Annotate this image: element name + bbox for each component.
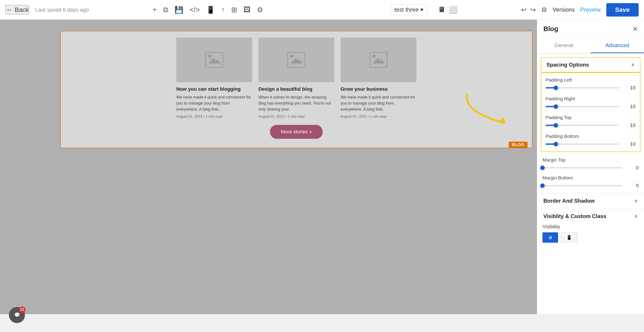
save-button[interactable]: Save bbox=[606, 3, 639, 17]
panel-title: Blog bbox=[543, 25, 558, 33]
border-shadow-title: Border And Shadow bbox=[543, 198, 595, 204]
margin-bottom-thumb[interactable] bbox=[540, 184, 545, 188]
padding-left-thumb[interactable] bbox=[554, 86, 558, 90]
visibility-desktop-button[interactable]: 🖥 bbox=[542, 232, 558, 243]
card-2-image bbox=[258, 38, 334, 82]
margin-top-label: Margin Top bbox=[542, 155, 639, 163]
add-element-icon[interactable]: + bbox=[153, 6, 157, 14]
padding-right-thumb[interactable] bbox=[554, 104, 558, 109]
blog-tag: BLOG bbox=[509, 142, 528, 148]
tablet-icon[interactable]: ⬜ bbox=[448, 6, 458, 14]
padding-top-thumb[interactable] bbox=[554, 123, 558, 128]
upload-icon[interactable]: ↑ bbox=[221, 6, 225, 14]
spacing-options-title: Spacing Options bbox=[546, 62, 589, 68]
desktop-icon[interactable]: 🖥 bbox=[438, 6, 445, 14]
padding-top-track[interactable] bbox=[546, 125, 619, 126]
tab-advanced[interactable]: Advanced bbox=[591, 38, 644, 53]
padding-left-track[interactable] bbox=[546, 87, 619, 88]
card-2-title: Design a beautiful blog bbox=[258, 86, 334, 92]
tab-general[interactable]: General bbox=[537, 38, 591, 53]
canvas-area: Now you can start blogging We have made … bbox=[0, 20, 537, 314]
top-toolbar: ← Back Last saved 6 days ago + ⧉ 💾 </> 📱… bbox=[0, 0, 644, 20]
card-1-desc: We have made it quick and convienent for… bbox=[176, 94, 252, 112]
padding-top-label: Padding Top bbox=[546, 115, 636, 120]
save-disk-icon[interactable]: 💾 bbox=[174, 6, 184, 14]
more-stories-button[interactable]: More stories » bbox=[270, 125, 322, 139]
chat-icon: 💬 bbox=[14, 312, 20, 318]
margin-top-value: 0 bbox=[625, 165, 639, 171]
undo-button[interactable]: ↩ bbox=[521, 6, 527, 14]
blog-cards: Now you can start blogging We have made … bbox=[65, 38, 528, 119]
padding-top-row: 10 bbox=[546, 122, 636, 128]
spacing-options-box: Padding Left 10 Padding Right bbox=[541, 72, 640, 152]
redo-button[interactable]: ↪ bbox=[530, 6, 536, 14]
device-switcher: 🖥 ⬜ bbox=[438, 6, 458, 14]
padding-left-value: 10 bbox=[622, 85, 636, 91]
padding-bottom-row: 10 bbox=[546, 141, 636, 147]
visibility-title: Visiblity & Custom Class bbox=[543, 213, 606, 219]
undo-redo-group: ↩ ↪ bbox=[521, 6, 536, 14]
border-shadow-header[interactable]: Border And Shadow ∨ bbox=[537, 193, 644, 209]
layers-icon[interactable]: ⧉ bbox=[163, 6, 168, 14]
card-3-meta: August 01, 2022 • 1 min read bbox=[340, 115, 416, 119]
notification-count: 21 bbox=[19, 306, 26, 313]
visibility-buttons: 🖥 📱 bbox=[542, 232, 639, 243]
padding-left-label: Padding Left bbox=[546, 77, 636, 83]
margin-top-track[interactable] bbox=[542, 167, 622, 169]
padding-bottom-group: Padding Bottom 10 bbox=[546, 134, 636, 147]
padding-right-track[interactable] bbox=[546, 106, 619, 107]
padding-left-group: Padding Left 10 bbox=[546, 77, 636, 91]
card-3-desc: We have made it quick and convienent for… bbox=[340, 94, 416, 112]
notification-badge[interactable]: 💬 21 bbox=[9, 307, 25, 323]
spacing-options-header[interactable]: Spacing Options ∧ bbox=[541, 57, 640, 72]
visibility-mobile-button[interactable]: 📱 bbox=[561, 232, 578, 243]
site-name-dropdown[interactable]: test three ▾ bbox=[391, 4, 427, 15]
preview-button[interactable]: Preview bbox=[580, 6, 601, 13]
preview-device-icon[interactable]: 📱 bbox=[206, 6, 215, 14]
visibility-section: Visibility 🖥 📱 bbox=[537, 224, 644, 243]
image-placeholder-3 bbox=[370, 52, 388, 68]
grid-icon[interactable]: ⊞ bbox=[231, 6, 237, 14]
visibility-header[interactable]: Visiblity & Custom Class ∧ bbox=[537, 209, 644, 224]
main-area: Now you can start blogging We have made … bbox=[0, 20, 644, 314]
image-placeholder-2 bbox=[288, 52, 305, 68]
versions-button[interactable]: Versions bbox=[552, 6, 575, 13]
visibility-chevron-icon: ∧ bbox=[634, 213, 638, 219]
padding-left-row: 10 bbox=[546, 85, 636, 91]
code-icon[interactable]: </> bbox=[190, 6, 200, 14]
margin-bottom-track[interactable] bbox=[542, 185, 622, 186]
panel-header: Blog ✕ bbox=[537, 20, 644, 38]
margin-top-row: 0 bbox=[542, 165, 639, 171]
spacing-chevron-up-icon: ∧ bbox=[631, 62, 635, 68]
back-arrow-icon: ← bbox=[6, 6, 13, 14]
padding-bottom-track[interactable] bbox=[546, 143, 619, 145]
settings-icon[interactable]: ⚙ bbox=[257, 6, 263, 14]
margin-bottom-value: 0 bbox=[625, 183, 639, 189]
margin-bottom-row: 0 bbox=[542, 183, 639, 189]
card-1-image bbox=[176, 38, 252, 82]
toolbar-icons-group: + ⧉ 💾 </> 📱 ↑ ⊞ 🖼 ⚙ bbox=[153, 6, 263, 14]
annotation-arrow bbox=[460, 90, 518, 130]
padding-right-row: 10 bbox=[546, 104, 636, 109]
card-2-meta: August 01, 2022 • 1 min read bbox=[258, 115, 334, 119]
blog-widget: Now you can start blogging We have made … bbox=[60, 31, 532, 148]
close-icon[interactable]: ✕ bbox=[632, 25, 638, 33]
card-3-image bbox=[340, 38, 416, 82]
image-icon[interactable]: 🖼 bbox=[244, 6, 250, 14]
margin-top-thumb[interactable] bbox=[540, 165, 545, 170]
card-1-title: Now you can start blogging bbox=[176, 86, 252, 92]
card-3-title: Grow your business bbox=[340, 86, 416, 92]
back-button[interactable]: ← Back bbox=[5, 5, 29, 14]
extra-settings-button[interactable]: ⚙ bbox=[541, 6, 547, 14]
img-circle-2 bbox=[290, 55, 294, 58]
visibility-label: Visibility bbox=[542, 224, 639, 230]
padding-bottom-thumb[interactable] bbox=[554, 142, 558, 146]
border-shadow-chevron-icon: ∨ bbox=[634, 198, 638, 204]
right-toolbar: ↩ ↪ ⚙ Versions Preview Save bbox=[521, 3, 639, 17]
padding-right-group: Padding Right 10 bbox=[546, 96, 636, 109]
img-circle-3 bbox=[372, 55, 376, 58]
blog-card-2: Design a beautiful blog When it comes to… bbox=[258, 38, 334, 119]
padding-bottom-value: 10 bbox=[622, 141, 636, 147]
card-1-meta: August 01, 2022 • 1 min read bbox=[176, 115, 252, 119]
img-circle-1 bbox=[208, 55, 211, 58]
